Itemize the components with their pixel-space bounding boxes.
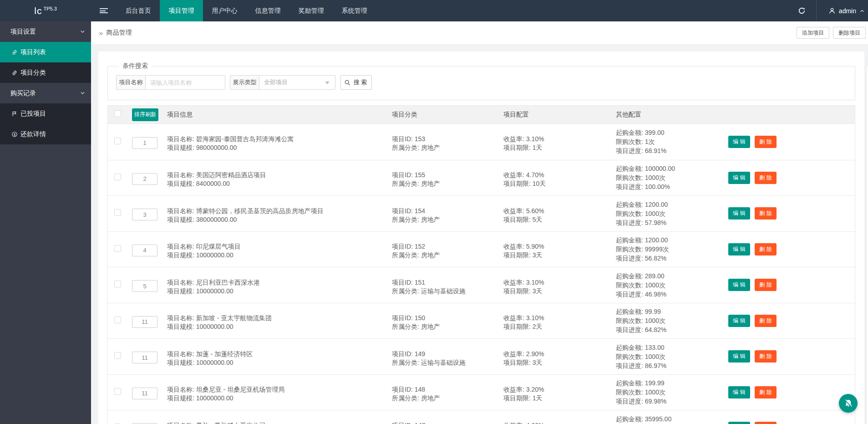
sidebar-item-3[interactable]: 购买记录 — [0, 83, 91, 103]
sidebar-item-5[interactable]: $还款详情 — [0, 124, 91, 144]
row-checkbox[interactable] — [114, 245, 121, 252]
refresh-button[interactable] — [788, 0, 816, 21]
sidebar-item-2[interactable]: 项目分类 — [0, 62, 91, 83]
sidebar-item-label: 项目设置 — [10, 28, 36, 36]
nav-item-1[interactable]: 项目管理 — [160, 0, 203, 21]
row-checkbox[interactable] — [114, 174, 121, 180]
project-name-label: 项目名称 — [116, 75, 146, 90]
project-id: 项目ID: 154 — [392, 207, 503, 215]
project-progress: 项目进度: 100.00% — [616, 182, 728, 191]
add-project-button[interactable]: 添加项目 — [797, 27, 829, 39]
delete-button[interactable]: 删除 — [755, 172, 777, 184]
column-header-info: 项目信息 — [167, 111, 193, 118]
dollar-icon: $ — [11, 131, 18, 138]
delete-button[interactable]: 删除 — [755, 422, 777, 424]
project-name: 项目名称: 碧海家园-泰国普吉岛邦涛海滩公寓 — [167, 135, 392, 143]
edit-button[interactable]: 编辑 — [728, 315, 750, 327]
project-progress: 项目进度: 69.98% — [616, 397, 728, 406]
project-limit: 限购次数: 1000次 — [616, 388, 728, 397]
sidebar-item-0[interactable]: 项目设置 — [0, 21, 91, 42]
sidebar-item-4[interactable]: 已投项目 — [0, 103, 91, 124]
delete-button[interactable]: 删除 — [755, 315, 777, 327]
project-id: 项目ID: 150 — [392, 314, 503, 322]
chevron-up-icon — [859, 8, 865, 14]
delete-project-button[interactable]: 删除项目 — [833, 27, 866, 39]
project-progress: 项目进度: 57.98% — [616, 218, 728, 227]
sort-refresh-button[interactable]: 排序刷新 — [132, 108, 158, 121]
project-min-amount: 起购金额: 99.99 — [616, 307, 728, 316]
project-progress: 项目进度: 64.82% — [616, 325, 728, 334]
display-type-select[interactable]: 全部项目 — [259, 75, 335, 90]
notification-mute-button[interactable] — [839, 394, 858, 413]
project-name-input[interactable] — [146, 75, 225, 90]
delete-button[interactable]: 删除 — [755, 279, 777, 291]
project-name-group: 项目名称 — [116, 75, 225, 90]
sort-input[interactable] — [132, 173, 157, 185]
project-min-amount: 起购金额: 133.00 — [616, 343, 728, 352]
nav-item-2[interactable]: 用户中心 — [203, 0, 246, 21]
chevron-down-icon — [80, 29, 86, 36]
delete-button[interactable]: 删除 — [755, 386, 777, 398]
sort-input[interactable] — [132, 388, 157, 399]
delete-button[interactable]: 删除 — [755, 243, 777, 255]
search-panel-title: 条件搜索 — [119, 62, 152, 70]
nav-item-0[interactable]: 后台首页 — [117, 0, 160, 21]
project-progress: 项目进度: 86.97% — [616, 361, 728, 370]
sort-input[interactable] — [132, 352, 157, 363]
app-logo[interactable]: lc TP5.3 — [0, 0, 91, 21]
project-min-amount: 起购金额: 1200.00 — [616, 200, 728, 209]
edit-button[interactable]: 编辑 — [728, 207, 750, 220]
sidebar-toggle-button[interactable] — [91, 0, 117, 21]
nav-item-5[interactable]: 系统管理 — [333, 0, 376, 21]
edit-button[interactable]: 编辑 — [728, 422, 750, 424]
project-term: 项目期限: 1天 — [503, 143, 616, 152]
project-term: 项目期限: 10天 — [503, 179, 616, 188]
row-checkbox[interactable] — [114, 281, 121, 287]
project-rate: 收益率: 4.00% — [503, 421, 616, 424]
sort-input[interactable] — [132, 209, 157, 220]
row-checkbox[interactable] — [114, 388, 121, 395]
project-id: 项目ID: 153 — [392, 135, 503, 143]
table-row: 项目名称: 碧海家园-泰国普吉岛邦涛海滩公寓项目规模: 980000000.00… — [108, 124, 855, 160]
breadcrumb-icon: » — [99, 29, 103, 37]
edit-button[interactable]: 编辑 — [728, 136, 750, 148]
edit-button[interactable]: 编辑 — [728, 386, 750, 398]
sort-input[interactable] — [132, 280, 157, 292]
link-icon — [11, 70, 18, 76]
edit-button[interactable]: 编辑 — [728, 279, 750, 291]
scrollbar[interactable] — [864, 66, 868, 424]
nav-item-3[interactable]: 信息管理 — [246, 0, 289, 21]
delete-button[interactable]: 删除 — [755, 207, 777, 220]
row-checkbox[interactable] — [114, 138, 121, 144]
row-checkbox[interactable] — [114, 209, 121, 216]
select-all-checkbox[interactable] — [114, 110, 121, 117]
edit-button[interactable]: 编辑 — [728, 243, 750, 255]
project-scale: 项目规模: 380000000.00 — [167, 215, 392, 224]
edit-button[interactable]: 编辑 — [728, 350, 750, 363]
row-checkbox[interactable] — [114, 317, 121, 323]
sort-input[interactable] — [132, 137, 157, 149]
sort-input[interactable] — [132, 245, 157, 256]
sidebar-item-label: 项目列表 — [20, 48, 46, 56]
search-icon — [344, 79, 351, 86]
row-checkbox[interactable] — [114, 352, 121, 359]
column-header-config: 项目配置 — [503, 111, 529, 118]
top-nav: 后台首页项目管理用户中心信息管理奖励管理系统管理 — [117, 0, 376, 21]
search-button[interactable]: 搜索 — [340, 75, 372, 90]
project-id: 项目ID: 147 — [392, 421, 503, 424]
sort-input[interactable] — [132, 316, 157, 328]
edit-button[interactable]: 编辑 — [728, 172, 750, 184]
table-row: 项目名称: 美国迈阿密精品酒店项目项目规模: 8400000.00项目ID: 1… — [108, 160, 855, 196]
nav-item-4[interactable]: 奖励管理 — [289, 0, 333, 21]
project-name: 项目名称: 坦桑尼亚 - 坦桑尼亚机场管理局 — [167, 385, 392, 394]
user-menu[interactable]: admin — [817, 0, 868, 21]
sidebar-item-1[interactable]: 项目列表 — [0, 42, 91, 62]
delete-button[interactable]: 删除 — [755, 136, 777, 148]
project-id: 项目ID: 155 — [392, 171, 503, 179]
project-limit: 限购次数: 1次 — [616, 137, 728, 146]
delete-button[interactable]: 删除 — [755, 350, 777, 363]
display-type-label: 展示类型 — [230, 75, 259, 90]
project-category: 所属分类: 房地产 — [392, 179, 503, 188]
main-area: » 商品管理 添加项目 删除项目 条件搜索 项目名称 展示类型 全部项目 — [91, 21, 868, 424]
project-min-amount: 起购金额: 1200.00 — [616, 235, 728, 245]
